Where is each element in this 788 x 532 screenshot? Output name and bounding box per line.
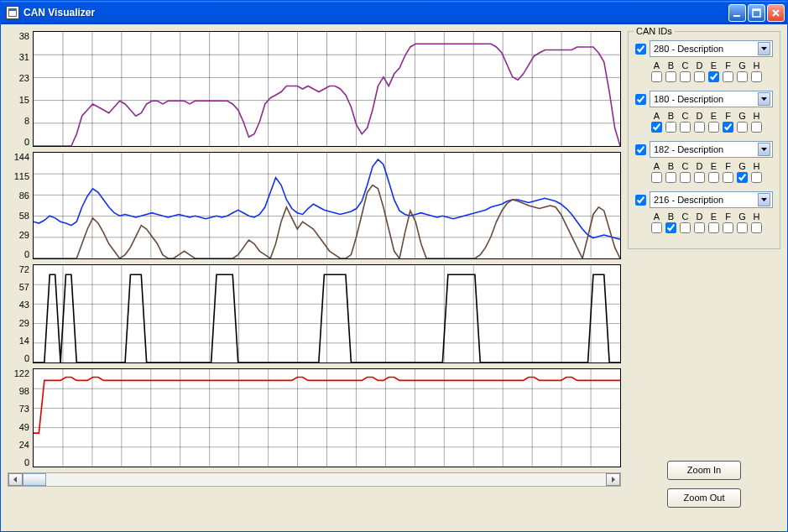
zoom-in-button[interactable]: Zoom In — [667, 461, 741, 480]
byte-header: F — [722, 111, 734, 121]
byte-checkbox-C[interactable] — [679, 71, 691, 82]
can-id-select-label: 280 - Description — [654, 44, 758, 54]
can-id-select-label: 216 - Description — [654, 195, 758, 205]
byte-checkbox-D[interactable] — [693, 222, 706, 233]
chevron-down-icon[interactable] — [758, 92, 770, 106]
byte-checkbox-D[interactable] — [693, 122, 706, 133]
ytick: 38 — [8, 31, 29, 41]
ytick: 0 — [8, 249, 29, 259]
byte-checkbox-B[interactable] — [665, 172, 677, 183]
byte-header: C — [679, 211, 691, 222]
byte-checkbox-F[interactable] — [722, 222, 734, 233]
app-icon — [6, 6, 19, 19]
can-id-select[interactable]: 180 - Description — [650, 91, 773, 107]
can-id-enable-checkbox[interactable] — [635, 94, 646, 105]
byte-header: C — [679, 161, 691, 171]
byte-header: D — [693, 211, 706, 222]
byte-checkbox-B[interactable] — [665, 122, 677, 133]
byte-header: F — [722, 211, 734, 222]
byte-checkbox-B[interactable] — [665, 222, 677, 233]
ytick: 23 — [8, 73, 29, 83]
byte-header: B — [665, 161, 677, 171]
ytick: 115 — [8, 171, 29, 181]
byte-checkbox-E[interactable] — [707, 71, 720, 82]
can-id-select-label: 180 - Description — [654, 94, 758, 104]
byte-header: H — [750, 161, 763, 171]
byte-checkbox-G[interactable] — [736, 222, 749, 233]
chart-3-plot[interactable] — [33, 368, 621, 467]
chart-0-plot[interactable] — [33, 31, 621, 147]
horizontal-scrollbar[interactable] — [8, 472, 621, 487]
chart-1-plot[interactable] — [33, 152, 621, 259]
byte-header: D — [693, 111, 706, 121]
minimize-button[interactable] — [728, 4, 746, 22]
ytick: 58 — [8, 211, 29, 221]
chevron-down-icon[interactable] — [758, 42, 770, 55]
scroll-right-button[interactable] — [606, 473, 620, 486]
byte-header: H — [750, 111, 763, 121]
byte-header: H — [750, 60, 763, 70]
maximize-button[interactable] — [748, 4, 765, 22]
ytick: 29 — [8, 230, 29, 240]
can-id-select[interactable]: 280 - Description — [650, 40, 773, 57]
byte-header: F — [722, 161, 734, 171]
can-id-enable-checkbox[interactable] — [635, 195, 646, 206]
chevron-down-icon[interactable] — [758, 193, 770, 206]
can-id-enable-checkbox[interactable] — [635, 144, 646, 155]
byte-header: G — [736, 161, 749, 171]
byte-checkbox-F[interactable] — [722, 71, 734, 82]
byte-checkbox-C[interactable] — [679, 172, 691, 183]
byte-checkbox-A[interactable] — [650, 122, 663, 133]
svg-rect-2 — [753, 9, 760, 11]
chart-1: 1441158658290 — [8, 152, 621, 259]
scroll-track[interactable] — [23, 473, 606, 486]
chart-2-plot[interactable] — [33, 264, 621, 363]
byte-header: B — [665, 111, 677, 121]
byte-checkbox-A[interactable] — [650, 71, 663, 82]
ytick: 57 — [8, 282, 29, 292]
chart-0-ylabels: 3831231580 — [8, 31, 33, 147]
can-id-row-0: 280 - DescriptionABCDEFGH — [635, 40, 773, 82]
byte-checkbox-H[interactable] — [750, 172, 763, 183]
byte-checkbox-E[interactable] — [707, 172, 720, 183]
byte-checkbox-H[interactable] — [750, 122, 763, 133]
can-id-select[interactable]: 216 - Description — [650, 191, 773, 208]
scroll-thumb[interactable] — [23, 473, 46, 486]
ytick: 0 — [8, 137, 29, 147]
byte-checkbox-F[interactable] — [722, 122, 734, 133]
byte-checkbox-D[interactable] — [693, 172, 706, 183]
byte-header: B — [665, 211, 677, 222]
byte-checkbox-H[interactable] — [750, 222, 763, 233]
byte-header: A — [650, 161, 663, 171]
byte-checkbox-G[interactable] — [736, 122, 749, 133]
byte-checkbox-B[interactable] — [665, 71, 677, 82]
byte-checkbox-G[interactable] — [736, 71, 749, 82]
close-button[interactable] — [767, 4, 785, 22]
ytick: 8 — [8, 116, 29, 126]
byte-checkbox-F[interactable] — [722, 172, 734, 183]
can-id-enable-checkbox[interactable] — [635, 44, 646, 55]
byte-checkbox-G[interactable] — [736, 172, 749, 183]
byte-checkbox-E[interactable] — [707, 222, 720, 233]
zoom-out-button[interactable]: Zoom Out — [667, 488, 741, 508]
byte-header: B — [665, 60, 677, 70]
byte-header: G — [736, 211, 749, 222]
charts-column: 3831231580144115865829072574329140122987… — [8, 31, 621, 524]
ytick: 49 — [8, 422, 29, 432]
chevron-down-icon[interactable] — [758, 143, 770, 156]
ytick: 0 — [8, 457, 29, 467]
byte-checkbox-C[interactable] — [679, 122, 691, 133]
can-id-select[interactable]: 182 - Description — [650, 141, 773, 158]
title-bar[interactable]: CAN Visualizer — [1, 1, 787, 24]
byte-checkbox-C[interactable] — [679, 222, 691, 233]
byte-header: E — [707, 211, 720, 222]
scroll-left-button[interactable] — [8, 473, 23, 486]
byte-checkbox-E[interactable] — [707, 122, 720, 133]
byte-checkbox-H[interactable] — [750, 71, 763, 82]
ytick: 0 — [8, 353, 29, 363]
byte-checkbox-A[interactable] — [650, 172, 663, 183]
byte-checkbox-A[interactable] — [650, 222, 663, 233]
chart-3-ylabels: 122987349240 — [8, 368, 33, 467]
byte-checkbox-D[interactable] — [693, 71, 706, 82]
can-ids-group: CAN IDs 280 - DescriptionABCDEFGH180 - D… — [628, 31, 780, 249]
